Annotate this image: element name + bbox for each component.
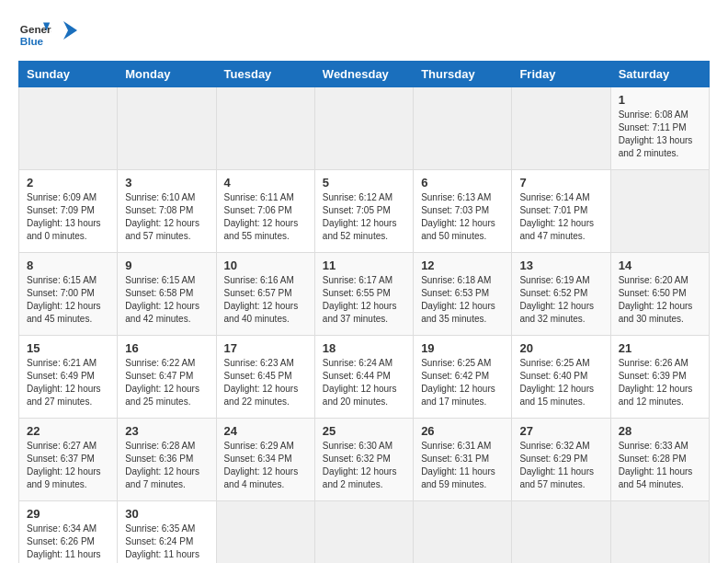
day-cell-16: 16Sunrise: 6:22 AMSunset: 6:47 PMDayligh… — [118, 336, 216, 419]
day-cell-15: 15Sunrise: 6:21 AMSunset: 6:49 PMDayligh… — [19, 336, 118, 419]
empty-cell — [118, 87, 216, 170]
svg-marker-3 — [63, 21, 77, 40]
day-cell-29: 29Sunrise: 6:34 AMSunset: 6:26 PMDayligh… — [19, 501, 118, 564]
empty-cell — [512, 501, 610, 564]
day-header-sunday: Sunday — [19, 62, 118, 87]
day-cell-12: 12Sunrise: 6:18 AMSunset: 6:53 PMDayligh… — [414, 253, 512, 336]
day-header-thursday: Thursday — [414, 62, 512, 87]
logo-icon: General Blue — [18, 18, 51, 52]
empty-cell — [314, 87, 413, 170]
day-cell-7: 7Sunrise: 6:14 AMSunset: 7:01 PMDaylight… — [512, 170, 610, 253]
day-cell-4: 4Sunrise: 6:11 AMSunset: 7:06 PMDaylight… — [216, 170, 314, 253]
logo-arrow-icon — [59, 21, 77, 49]
day-cell-30: 30Sunrise: 6:35 AMSunset: 6:24 PMDayligh… — [118, 501, 216, 564]
day-cell-24: 24Sunrise: 6:29 AMSunset: 6:34 PMDayligh… — [216, 419, 314, 501]
empty-cell — [19, 87, 118, 170]
day-cell-19: 19Sunrise: 6:25 AMSunset: 6:42 PMDayligh… — [414, 336, 512, 419]
day-cell-5: 5Sunrise: 6:12 AMSunset: 7:05 PMDaylight… — [314, 170, 413, 253]
day-cell-28: 28Sunrise: 6:33 AMSunset: 6:28 PMDayligh… — [610, 419, 709, 501]
day-cell-1: 1Sunrise: 6:08 AMSunset: 7:11 PMDaylight… — [610, 87, 709, 170]
day-cell-20: 20Sunrise: 6:25 AMSunset: 6:40 PMDayligh… — [512, 336, 610, 419]
day-header-friday: Friday — [512, 62, 610, 87]
empty-cell — [414, 501, 512, 564]
calendar-table: SundayMondayTuesdayWednesdayThursdayFrid… — [18, 61, 710, 563]
day-cell-27: 27Sunrise: 6:32 AMSunset: 6:29 PMDayligh… — [512, 419, 610, 501]
day-header-saturday: Saturday — [610, 62, 709, 87]
day-header-tuesday: Tuesday — [216, 62, 314, 87]
day-cell-3: 3Sunrise: 6:10 AMSunset: 7:08 PMDaylight… — [118, 170, 216, 253]
logo: General Blue — [18, 18, 77, 52]
day-cell-9: 9Sunrise: 6:15 AMSunset: 6:58 PMDaylight… — [118, 253, 216, 336]
day-cell-22: 22Sunrise: 6:27 AMSunset: 6:37 PMDayligh… — [19, 419, 118, 501]
day-cell-8: 8Sunrise: 6:15 AMSunset: 7:00 PMDaylight… — [19, 253, 118, 336]
day-cell-2: 2Sunrise: 6:09 AMSunset: 7:09 PMDaylight… — [19, 170, 118, 253]
empty-cell — [216, 501, 314, 564]
empty-cell — [610, 501, 709, 564]
empty-cell — [216, 87, 314, 170]
day-cell-26: 26Sunrise: 6:31 AMSunset: 6:31 PMDayligh… — [414, 419, 512, 501]
day-cell-18: 18Sunrise: 6:24 AMSunset: 6:44 PMDayligh… — [314, 336, 413, 419]
day-header-monday: Monday — [118, 62, 216, 87]
empty-cell — [512, 87, 610, 170]
svg-text:Blue: Blue — [20, 35, 44, 47]
day-cell-21: 21Sunrise: 6:26 AMSunset: 6:39 PMDayligh… — [610, 336, 709, 419]
day-cell-13: 13Sunrise: 6:19 AMSunset: 6:52 PMDayligh… — [512, 253, 610, 336]
day-header-wednesday: Wednesday — [314, 62, 413, 87]
day-cell-14: 14Sunrise: 6:20 AMSunset: 6:50 PMDayligh… — [610, 253, 709, 336]
day-cell-6: 6Sunrise: 6:13 AMSunset: 7:03 PMDaylight… — [414, 170, 512, 253]
day-cell-10: 10Sunrise: 6:16 AMSunset: 6:57 PMDayligh… — [216, 253, 314, 336]
day-cell-23: 23Sunrise: 6:28 AMSunset: 6:36 PMDayligh… — [118, 419, 216, 501]
day-cell-17: 17Sunrise: 6:23 AMSunset: 6:45 PMDayligh… — [216, 336, 314, 419]
empty-cell — [610, 170, 709, 253]
day-cell-11: 11Sunrise: 6:17 AMSunset: 6:55 PMDayligh… — [314, 253, 413, 336]
day-cell-25: 25Sunrise: 6:30 AMSunset: 6:32 PMDayligh… — [314, 419, 413, 501]
page-header: General Blue — [18, 18, 710, 52]
empty-cell — [314, 501, 413, 564]
empty-cell — [414, 87, 512, 170]
